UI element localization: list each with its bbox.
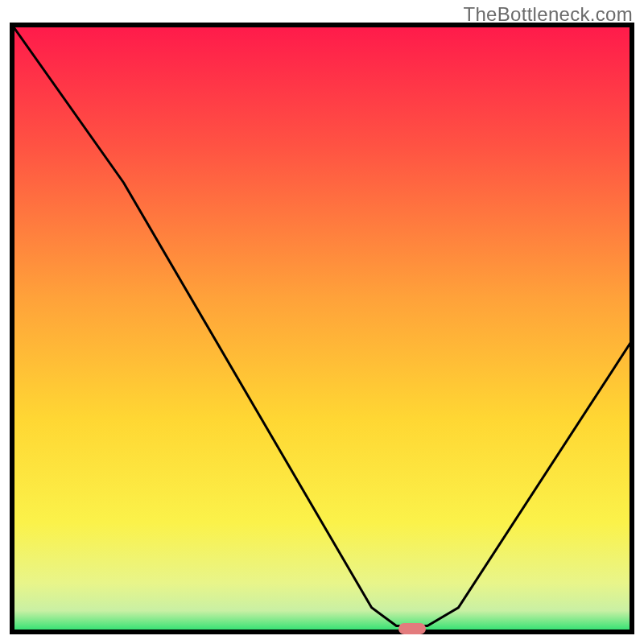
watermark-text: TheBottleneck.com — [463, 3, 633, 26]
plot-area — [10, 23, 634, 634]
chart-svg — [10, 23, 634, 634]
chart-canvas: TheBottleneck.com — [0, 0, 644, 644]
gradient-background — [12, 25, 632, 632]
optimal-marker — [398, 623, 426, 634]
